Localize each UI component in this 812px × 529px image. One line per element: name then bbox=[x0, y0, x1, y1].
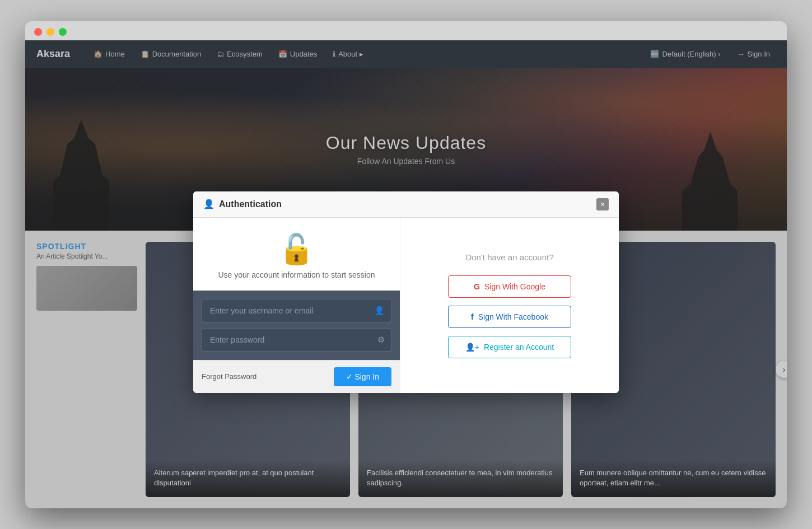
modal-subtitle: Use your account information to start se… bbox=[218, 270, 375, 279]
minimize-window-button[interactable] bbox=[46, 28, 54, 36]
google-icon: G bbox=[474, 282, 480, 291]
password-input-icon: ⚙ bbox=[377, 335, 385, 345]
modal-left-top: 🔓 Use your account information to start … bbox=[193, 218, 400, 291]
modal-title: Authentication bbox=[219, 199, 282, 209]
modal-right-panel: Don't have an account? G Sign With Googl… bbox=[400, 218, 619, 393]
website-background: Aksara 🏠 Home 📋 Documentation 🗂 Ecosyste… bbox=[25, 40, 787, 508]
lock-icon: 🔓 bbox=[278, 235, 315, 264]
google-signin-button[interactable]: G Sign With Google bbox=[448, 275, 571, 298]
maximize-window-button[interactable] bbox=[59, 28, 67, 36]
modal-form: 👤 ⚙ bbox=[193, 291, 400, 360]
facebook-signin-button[interactable]: f Sign With Facebook bbox=[448, 306, 571, 328]
modal-header: 👤 Authentication × bbox=[193, 191, 619, 218]
modal-body: 🔓 Use your account information to start … bbox=[193, 218, 619, 393]
authentication-modal: 👤 Authentication × 🔓 Use your account in… bbox=[193, 191, 619, 393]
modal-overlay: 👤 Authentication × 🔓 Use your account in… bbox=[25, 40, 787, 508]
no-account-text: Don't have an account? bbox=[465, 252, 553, 262]
register-icon: 👤+ bbox=[465, 343, 479, 352]
username-input[interactable] bbox=[202, 299, 391, 322]
forgot-password-link[interactable]: Forgot Password bbox=[202, 372, 256, 381]
register-account-button[interactable]: 👤+ Register an Account bbox=[448, 336, 571, 358]
user-input-icon: 👤 bbox=[374, 306, 385, 316]
username-input-wrapper: 👤 bbox=[202, 299, 391, 322]
password-input[interactable] bbox=[202, 328, 391, 352]
modal-title-area: 👤 Authentication bbox=[203, 199, 282, 209]
modal-close-button[interactable]: × bbox=[596, 198, 609, 210]
browser-chrome bbox=[25, 21, 787, 40]
facebook-icon: f bbox=[471, 312, 474, 321]
browser-content: Aksara 🏠 Home 📋 Documentation 🗂 Ecosyste… bbox=[25, 40, 787, 508]
authentication-icon: 👤 bbox=[203, 199, 214, 209]
modal-footer-bar: Forgot Password ✓ Sign In bbox=[193, 360, 400, 393]
close-window-button[interactable] bbox=[34, 28, 42, 36]
password-input-wrapper: ⚙ bbox=[202, 328, 391, 352]
signin-button[interactable]: ✓ Sign In bbox=[334, 367, 391, 386]
modal-left-panel: 🔓 Use your account information to start … bbox=[193, 218, 400, 393]
